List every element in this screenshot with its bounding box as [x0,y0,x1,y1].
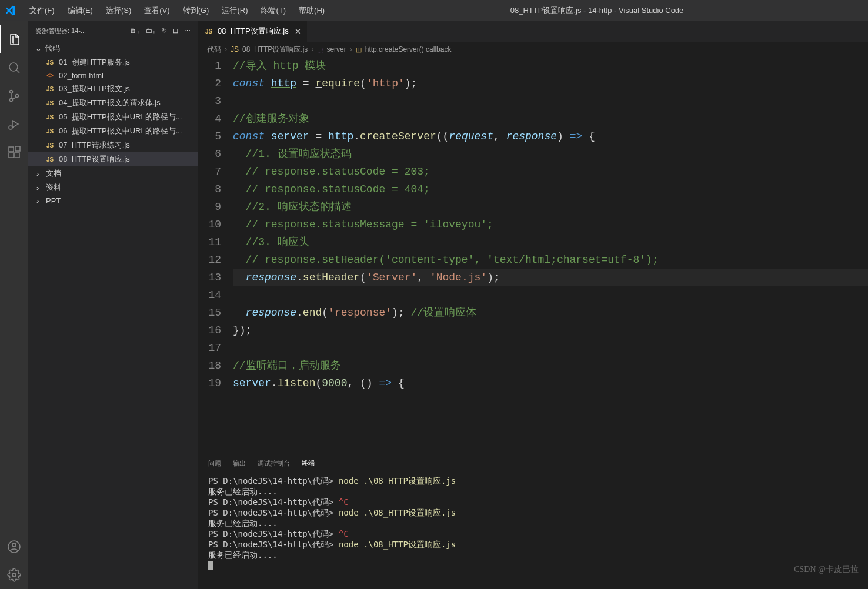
panel-tab-terminal[interactable]: 终端 [302,455,315,471]
folder-ppt[interactable]: ›PPT [28,195,198,207]
debug-icon[interactable] [0,110,28,138]
file-02[interactable]: <>02_form.html [28,69,198,82]
code-content[interactable]: //导入 http 模块const http = require('http')… [233,57,868,454]
js-icon: JS [45,128,55,135]
more-icon[interactable]: ⋯ [184,27,191,35]
panel-tabs: 问题 输出 调试控制台 终端 [198,454,868,472]
js-icon: JS [45,86,55,92]
main-area: 资源管理器: 14-... 🗎₊ 🗀₊ ↻ ⊟ ⋯ ⌄代码 JS01_创建HTT… [0,21,868,589]
sidebar-header: 资源管理器: 14-... 🗎₊ 🗀₊ ↻ ⊟ ⋯ [28,21,198,41]
js-icon: JS [203,28,214,35]
vscode-logo-icon [5,5,16,16]
menu-help[interactable]: 帮助(H) [293,3,330,18]
menu-terminal[interactable]: 终端(T) [255,3,292,18]
variable-icon: ⬚ [317,46,323,53]
menu-run[interactable]: 运行(R) [216,3,253,18]
collapse-icon[interactable]: ⊟ [173,27,178,35]
terminal-cursor [208,561,213,570]
file-03[interactable]: JS03_提取HTTP报文.js [28,82,198,96]
code-editor[interactable]: 12345678910111213141516171819 //导入 http … [198,57,868,454]
svg-point-11 [12,573,16,577]
line-numbers: 12345678910111213141516171819 [198,57,233,454]
panel-tab-output[interactable]: 输出 [233,456,246,471]
menu-go[interactable]: 转到(G) [177,3,215,18]
svg-rect-5 [9,147,14,152]
js-icon: JS [45,100,55,106]
svg-point-4 [9,126,12,129]
new-file-icon[interactable]: 🗎₊ [130,27,140,35]
file-07[interactable]: JS07_HTTP请求练习.js [28,138,198,152]
account-icon[interactable] [0,533,28,561]
bc-folder: 代码 [207,45,221,55]
menu-view[interactable]: 查看(V) [138,3,175,18]
window-title: 08_HTTP设置响应.js - 14-http - Visual Studio… [330,5,863,16]
file-04[interactable]: JS04_提取HTTP报文的请求体.js [28,96,198,110]
terminal-content[interactable]: PS D:\nodeJS\14-http\代码> node .\08_HTTP设… [198,472,868,589]
menu-select[interactable]: 选择(S) [100,3,137,18]
svg-point-1 [10,91,13,93]
source-control-icon[interactable] [0,82,28,110]
extensions-icon[interactable] [0,138,28,166]
file-05[interactable]: JS05_提取HTTP报文中URL的路径与... [28,110,198,124]
new-folder-icon[interactable]: 🗀₊ [146,27,156,35]
editor-area: JS 08_HTTP设置响应.js ✕ 代码› JS08_HTTP设置响应.js… [198,21,868,589]
titlebar: 文件(F) 编辑(E) 选择(S) 查看(V) 转到(G) 运行(R) 终端(T… [0,0,868,21]
html-icon: <> [45,72,55,79]
js-icon: JS [231,45,239,53]
close-icon[interactable]: ✕ [295,27,301,36]
folder-docs[interactable]: ›文档 [28,166,198,180]
menu-edit[interactable]: 编辑(E) [62,3,99,18]
search-icon[interactable] [0,53,28,82]
file-tree: ⌄代码 JS01_创建HTTP服务.js <>02_form.html JS03… [28,41,198,589]
watermark: CSDN @卡皮巴拉 [794,564,859,575]
menubar: 文件(F) 编辑(E) 选择(S) 查看(V) 转到(G) 运行(R) 终端(T… [24,3,330,18]
file-01[interactable]: JS01_创建HTTP服务.js [28,55,198,69]
panel-tab-debug[interactable]: 调试控制台 [258,456,290,471]
folder-materials[interactable]: ›资料 [28,180,198,195]
editor-tabs: JS 08_HTTP设置响应.js ✕ [198,21,868,42]
tab-label: 08_HTTP设置响应.js [218,26,289,36]
svg-rect-7 [15,153,19,158]
sidebar-explorer: 资源管理器: 14-... 🗎₊ 🗀₊ ↻ ⊟ ⋯ ⌄代码 JS01_创建HTT… [28,21,198,589]
chevron-down-icon: ⌄ [35,44,45,53]
svg-point-10 [12,543,16,547]
svg-rect-8 [15,146,20,151]
svg-rect-6 [9,153,14,158]
panel-tab-problems[interactable]: 问题 [208,456,221,471]
settings-gear-icon[interactable] [0,561,28,589]
js-icon: JS [45,156,55,163]
chevron-right-icon: › [36,169,46,178]
tab-active-file[interactable]: JS 08_HTTP设置响应.js ✕ [198,21,307,42]
file-06[interactable]: JS06_提取HTTP报文中URL的路径与... [28,124,198,138]
breadcrumb[interactable]: 代码› JS08_HTTP设置响应.js› ⬚server› ◫http.cre… [198,42,868,57]
bc-symbol2: http.createServer() callback [365,45,452,53]
refresh-icon[interactable]: ↻ [162,27,167,35]
method-icon: ◫ [356,46,362,53]
folder-code[interactable]: ⌄代码 [28,41,198,55]
sidebar-title: 资源管理器: 14-... [35,26,86,35]
bc-file: 08_HTTP设置响应.js [242,45,308,55]
bottom-panel: 问题 输出 调试控制台 终端 PS D:\nodeJS\14-http\代码> … [198,454,868,589]
sidebar-actions: 🗎₊ 🗀₊ ↻ ⊟ ⋯ [130,27,191,35]
chevron-right-icon: › [36,196,46,205]
bc-symbol1: server [326,45,346,53]
js-icon: JS [45,142,55,149]
js-icon: JS [45,114,55,121]
svg-point-2 [10,99,13,102]
activitybar [0,21,28,589]
svg-point-0 [9,63,18,71]
js-icon: JS [45,59,55,66]
explorer-icon[interactable] [0,25,28,53]
chevron-right-icon: › [36,183,46,192]
menu-file[interactable]: 文件(F) [24,3,61,18]
file-08[interactable]: JS08_HTTP设置响应.js [28,152,198,166]
